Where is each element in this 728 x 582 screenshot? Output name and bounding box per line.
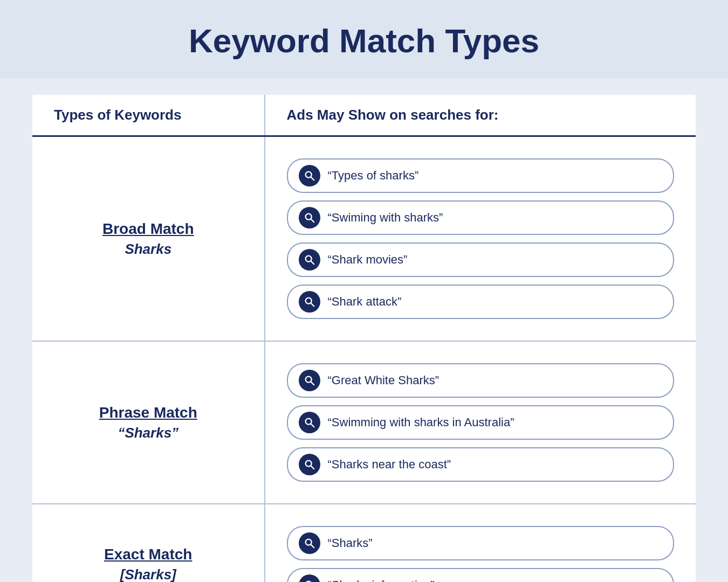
search-items-list: “Sharks” “Sharks information” <box>287 521 675 582</box>
searches-cell: “Sharks” “Sharks information” <box>265 504 696 582</box>
search-item: “Types of sharks” <box>287 158 675 193</box>
main-table-container: Types of Keywords Ads May Show on search… <box>32 95 696 582</box>
search-item: “Shark movies” <box>287 242 675 277</box>
search-icon <box>299 207 320 228</box>
search-text: “Sharks information” <box>328 578 435 582</box>
search-item: “Swiming with sharks” <box>287 200 675 235</box>
search-text: “Swiming with sharks” <box>328 211 443 225</box>
svg-line-9 <box>311 382 314 385</box>
table-row: Phrase Match“Sharks” “Great White Sharks… <box>32 341 696 504</box>
svg-line-1 <box>311 177 314 181</box>
col1-header: Types of Keywords <box>32 95 265 136</box>
keyword-type-value: “Sharks” <box>54 425 243 441</box>
search-item: “Swimming with sharks in Australia” <box>287 405 675 440</box>
search-item: “Great White Sharks” <box>287 363 675 398</box>
keyword-type-cell: Exact Match[Sharks] <box>32 504 265 582</box>
search-text: “Sharks” <box>328 536 373 550</box>
searches-cell: “Types of sharks” “Swiming with sharks” … <box>265 136 696 342</box>
keyword-type-cell: Phrase Match“Sharks” <box>32 341 265 504</box>
search-text: “Shark movies” <box>328 253 408 267</box>
svg-line-7 <box>311 303 314 307</box>
search-text: “Great White Sharks” <box>328 373 439 387</box>
keyword-type-value: Sharks <box>54 241 243 258</box>
search-item: “Sharks near the coast” <box>287 447 675 482</box>
search-item: “Shark attack” <box>287 285 675 319</box>
page-title: Keyword Match Types <box>11 22 717 60</box>
keyword-match-table: Types of Keywords Ads May Show on search… <box>32 95 696 582</box>
svg-line-3 <box>311 219 314 223</box>
search-icon <box>299 249 320 271</box>
svg-line-11 <box>311 424 314 427</box>
svg-line-15 <box>311 545 314 548</box>
search-text: “Types of sharks” <box>328 169 419 183</box>
search-icon <box>299 165 320 186</box>
search-text: “Sharks near the coast” <box>328 458 451 472</box>
page-header: Keyword Match Types <box>0 0 728 79</box>
search-icon <box>299 532 320 554</box>
keyword-type-label: Broad Match <box>54 220 243 238</box>
search-icon <box>299 412 320 433</box>
table-header-row: Types of Keywords Ads May Show on search… <box>32 95 696 136</box>
keyword-type-label: Phrase Match <box>54 404 243 421</box>
search-item: “Sharks information” <box>287 568 675 582</box>
keyword-type-value: [Sharks] <box>54 566 243 583</box>
search-icon <box>299 574 320 582</box>
search-items-list: “Great White Sharks” “Swimming with shar… <box>287 358 675 487</box>
col2-header: Ads May Show on searches for: <box>265 95 696 136</box>
searches-cell: “Great White Sharks” “Swimming with shar… <box>265 341 696 504</box>
keyword-type-label: Exact Match <box>54 546 243 563</box>
search-icon <box>299 370 320 391</box>
search-items-list: “Types of sharks” “Swiming with sharks” … <box>287 153 675 324</box>
table-row: Broad MatchSharks “Types of sharks” “Swi… <box>32 136 696 342</box>
search-text: “Swimming with sharks in Australia” <box>328 415 514 429</box>
search-text: “Shark attack” <box>328 295 402 309</box>
keyword-type-cell: Broad MatchSharks <box>32 136 265 342</box>
svg-line-5 <box>311 261 314 265</box>
search-icon <box>299 291 320 313</box>
search-icon <box>299 454 320 475</box>
svg-line-13 <box>311 466 314 469</box>
search-item: “Sharks” <box>287 526 675 560</box>
table-row: Exact Match[Sharks] “Sharks” “Sharks inf… <box>32 504 696 582</box>
